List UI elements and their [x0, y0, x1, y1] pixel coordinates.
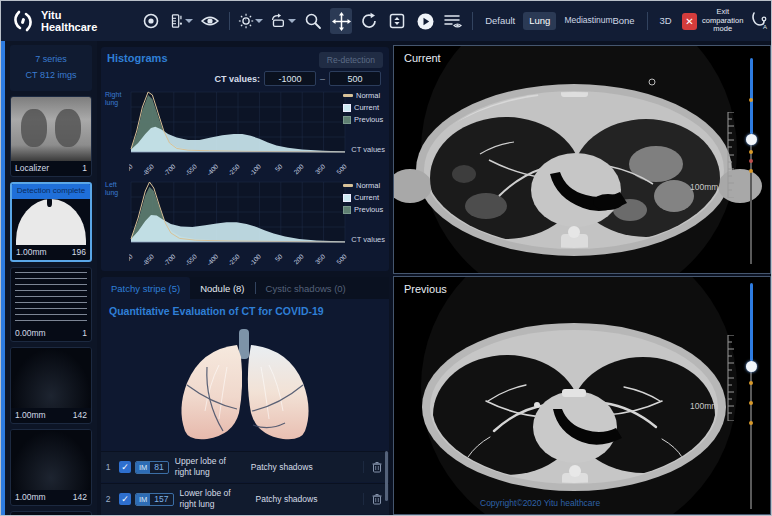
previous-viewer[interactable]: Previous — [393, 276, 771, 515]
svg-text:350: 350 — [314, 252, 327, 265]
current-scale-ruler — [724, 112, 734, 198]
lesion-marker[interactable] — [749, 401, 753, 405]
rotate-dropdown-caret[interactable] — [288, 19, 296, 23]
detection-complete-badge: Detection complete — [12, 184, 90, 198]
dose-report-image — [15, 272, 87, 322]
findings-scrollbar[interactable] — [385, 451, 388, 501]
thumb-label: Localizer — [15, 163, 49, 173]
left-lung-histogram: Left lung -1,000-850-700-550-400-250-100… — [105, 179, 385, 267]
toolbar-separator — [647, 12, 648, 30]
redetection-button[interactable]: Re-detection — [319, 52, 383, 68]
exit-comparation-close-icon[interactable]: ✕ — [682, 13, 698, 30]
current-viewer-label: Current — [404, 52, 441, 64]
current-slice-slider[interactable] — [746, 56, 756, 266]
ct-series-image — [11, 348, 91, 408]
row-checkbox[interactable]: ✓ — [119, 461, 131, 473]
legend-normal: Normal — [356, 181, 380, 190]
im-number: 157 — [150, 494, 172, 504]
slider-track-active[interactable] — [750, 283, 753, 361]
measure-tool-button[interactable] — [168, 8, 193, 34]
image-number-badge[interactable]: IM81 — [135, 461, 169, 474]
series-thumb-5[interactable]: 1.00mm142 — [10, 429, 92, 506]
ai-assistant-button[interactable]: A — [748, 8, 770, 34]
exit-comparation-label[interactable]: Exit comparation mode — [700, 8, 745, 34]
lesion-marker[interactable] — [749, 169, 753, 173]
main-toolbar: YituHealthcare Default Lung Mediastinum … — [1, 1, 772, 41]
lesion-marker[interactable] — [749, 98, 753, 102]
annotation-list-button[interactable] — [442, 8, 464, 34]
thumb-count: 1 — [82, 163, 87, 173]
im-prefix: IM — [136, 462, 150, 473]
view-3d-button[interactable]: 3D — [654, 12, 678, 30]
preset-mediastinum-button[interactable]: Mediastinum — [558, 12, 604, 29]
legend-normal: Normal — [356, 91, 380, 100]
findings-tabs: Patchy stripe (5) Nodule (8) Cystic shad… — [101, 277, 389, 299]
image-number-badge[interactable]: IM157 — [135, 493, 174, 506]
measure-dropdown-caret[interactable] — [185, 19, 193, 23]
series-thumb-detection[interactable]: Detection complete 1.00mm196 — [10, 182, 92, 261]
ct-values-label: CT values: — [214, 74, 260, 84]
series-thumb-localizer[interactable]: Localizer1 — [10, 96, 92, 177]
im-number: 81 — [150, 462, 167, 472]
tab-cystic-shadows[interactable]: Cystic shadows (0) — [256, 277, 356, 299]
visibility-tool-button[interactable] — [199, 8, 221, 34]
svg-text:-400: -400 — [205, 162, 219, 175]
rotate-flip-button[interactable] — [269, 8, 296, 34]
svg-text:-850: -850 — [141, 252, 155, 265]
zoom-tool-button[interactable] — [302, 8, 324, 34]
svg-text:500: 500 — [335, 162, 348, 175]
brand-line2: Healthcare — [41, 21, 97, 33]
spot-tool-button[interactable] — [140, 8, 162, 34]
localizer-xray-image — [11, 97, 91, 161]
ct-min-input[interactable] — [264, 71, 316, 86]
evaluation-panel: Quantitative Evaluation of CT for COVID-… — [101, 299, 389, 516]
row-checkbox[interactable]: ✓ — [119, 493, 131, 505]
preset-bone-button[interactable]: Bone — [606, 12, 640, 30]
slider-thumb[interactable] — [746, 134, 757, 145]
thumb-count: 142 — [73, 492, 87, 502]
series-thumb-report[interactable]: 0.00mm1 — [10, 267, 92, 342]
finding-row-1[interactable]: 1 ✓ IM81 Upper lobe of right lung Patchy… — [101, 451, 389, 482]
svg-text:-850: -850 — [141, 162, 155, 175]
window-level-button[interactable] — [238, 8, 263, 34]
finding-row-2[interactable]: 2 ✓ IM157 Lower lobe of right lung Patch… — [101, 483, 389, 514]
lesion-marker[interactable] — [749, 150, 753, 154]
svg-text:-400: -400 — [205, 252, 219, 265]
lesion-marker-red[interactable] — [749, 159, 753, 163]
slider-track-active[interactable] — [750, 58, 753, 134]
trash-icon — [372, 461, 382, 473]
toolbar-separator — [229, 12, 230, 30]
previous-swatch — [343, 206, 351, 214]
series-thumb-6[interactable] — [10, 511, 92, 516]
slider-thumb[interactable] — [746, 361, 757, 372]
lungs-illustration — [149, 327, 341, 453]
scroll-stack-button[interactable] — [386, 8, 408, 34]
histogram-legend: Normal Current Previous — [343, 181, 387, 217]
preset-lung-button[interactable]: Lung — [523, 12, 556, 30]
histograms-panel: Histograms Re-detection CT values: – Rig… — [101, 47, 389, 271]
svg-text:-700: -700 — [162, 252, 176, 265]
lesion-marker[interactable] — [749, 421, 753, 425]
svg-text:-250: -250 — [227, 252, 241, 265]
tab-nodule[interactable]: Nodule (8) — [190, 277, 254, 299]
cine-play-button[interactable] — [414, 8, 436, 34]
svg-text:50: 50 — [273, 252, 283, 262]
previous-scale-label: 100mm — [690, 401, 718, 411]
brand-line1: Yitu — [41, 9, 97, 21]
previous-slice-slider[interactable] — [746, 283, 756, 509]
window-level-dropdown-caret[interactable] — [255, 19, 263, 23]
preset-default-button[interactable]: Default — [479, 12, 521, 30]
thumb-label: 0.00mm — [15, 328, 46, 338]
current-viewer[interactable]: Current — [393, 45, 771, 274]
ct-axis-label: CT values — [351, 145, 385, 154]
pan-tool-button[interactable] — [330, 8, 352, 34]
svg-text:-1,000: -1,000 — [129, 162, 134, 175]
tab-patchy-stripe[interactable]: Patchy stripe (5) — [101, 277, 190, 299]
series-thumb-4[interactable]: 1.00mm142 — [10, 347, 92, 424]
legend-previous: Previous — [354, 205, 383, 214]
refresh-button[interactable] — [358, 8, 380, 34]
left-lung-chart: -1,000-850-700-550-400-250-1005020035050… — [129, 179, 365, 265]
svg-text:-700: -700 — [162, 162, 176, 175]
lesion-marker[interactable] — [749, 381, 753, 385]
ct-max-input[interactable] — [329, 71, 381, 86]
